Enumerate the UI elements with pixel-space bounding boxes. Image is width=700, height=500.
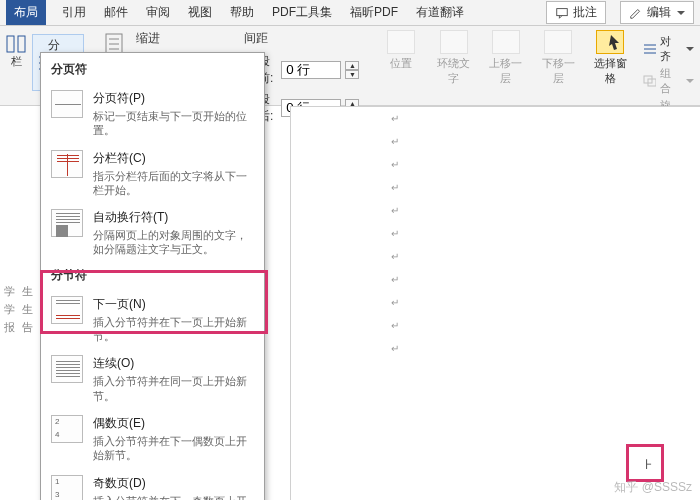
svg-rect-0 xyxy=(557,8,568,15)
menu-bar: 布局 引用 邮件 审阅 视图 帮助 PDF工具集 福昕PDF 有道翻译 批注 编… xyxy=(0,0,700,26)
spin-up[interactable]: ▲ xyxy=(345,61,359,70)
tab-references[interactable]: 引用 xyxy=(60,0,88,25)
section-breaks-header: 分节符 xyxy=(41,263,264,290)
chevron-down-icon xyxy=(684,75,694,87)
even-page-item[interactable]: 偶数页(E)插入分节符并在下一偶数页上开始新节。 xyxy=(41,409,264,469)
align-icon xyxy=(643,43,656,55)
comment-icon xyxy=(555,6,569,20)
continuous-icon xyxy=(51,355,83,383)
watermark: 知乎 @SSSSz xyxy=(614,479,692,496)
bring-forward-button: 上移一层 xyxy=(486,30,526,86)
even-page-icon xyxy=(51,415,83,443)
column-break-icon xyxy=(51,150,83,178)
send-backward-button: 下移一层 xyxy=(538,30,578,86)
document-canvas[interactable]: ↵↵↵↵↵↵↵↵↵↵↵ ⊦ 知乎 @SSSSz xyxy=(290,106,700,500)
breaks-dropdown: 分页符 分页符(P)标记一页结束与下一页开始的位置。 分栏符(C)指示分栏符后面… xyxy=(40,52,265,500)
indent-title: 缩进 xyxy=(136,30,232,47)
page-breaks-header: 分页符 xyxy=(41,57,264,84)
pencil-icon xyxy=(629,6,643,20)
tab-help[interactable]: 帮助 xyxy=(228,0,256,25)
group-icon xyxy=(643,75,656,87)
columns-label: 栏 xyxy=(11,54,22,69)
column-break-item[interactable]: 分栏符(C)指示分栏符后面的文字将从下一栏开始。 xyxy=(41,144,264,204)
position-button: 位置 xyxy=(381,30,421,71)
tab-pdf-tools[interactable]: PDF工具集 xyxy=(270,0,334,25)
page-break-icon xyxy=(51,90,83,118)
align-button[interactable]: 对齐 xyxy=(643,34,695,64)
tab-view[interactable]: 视图 xyxy=(186,0,214,25)
next-page-item[interactable]: 下一页(N)插入分节符并在下一页上开始新节。 xyxy=(41,290,264,350)
arrange-group: 位置 环绕文字 上移一层 下移一层 选择窗格 对齐 组合 旋转 排列 xyxy=(373,26,700,105)
selection-pane-button[interactable]: 选择窗格 xyxy=(590,30,630,86)
wrap-text-button: 环绕文字 xyxy=(434,30,474,86)
odd-page-item[interactable]: 奇数页(D)插入分节符并在下一奇数页上开始新节。 xyxy=(41,469,264,500)
text-cursor: ⊦ xyxy=(645,456,652,472)
comment-label: 批注 xyxy=(573,4,597,21)
document-left-edge: 学 生 学 生 报 告 xyxy=(0,106,40,500)
cursor-arrow-icon xyxy=(597,31,623,53)
svg-rect-2 xyxy=(18,36,25,52)
tab-foxit-pdf[interactable]: 福昕PDF xyxy=(348,0,400,25)
spacing-title: 间距 xyxy=(244,30,359,47)
tab-mailings[interactable]: 邮件 xyxy=(102,0,130,25)
edit-button[interactable]: 编辑 xyxy=(620,1,694,24)
next-page-icon xyxy=(51,296,83,324)
odd-page-icon xyxy=(51,475,83,500)
columns-icon xyxy=(6,34,26,54)
comment-button[interactable]: 批注 xyxy=(546,1,606,24)
edit-label: 编辑 xyxy=(647,4,671,21)
tab-youdao[interactable]: 有道翻译 xyxy=(414,0,466,25)
chevron-down-icon xyxy=(684,43,694,55)
paragraph-marks: ↵↵↵↵↵↵↵↵↵↵↵ xyxy=(391,113,399,354)
spacing-before-input[interactable] xyxy=(281,61,341,79)
doc-text: 学 生 xyxy=(4,284,35,299)
continuous-item[interactable]: 连续(O)插入分节符并在同一页上开始新节。 xyxy=(41,349,264,409)
group-button: 组合 xyxy=(643,66,695,96)
page-break-item[interactable]: 分页符(P)标记一页结束与下一页开始的位置。 xyxy=(41,84,264,144)
doc-text: 学 生 xyxy=(4,302,35,317)
spin-down[interactable]: ▼ xyxy=(345,70,359,79)
tab-layout[interactable]: 布局 xyxy=(6,0,46,25)
text-wrapping-icon xyxy=(51,209,83,237)
doc-text: 报 告 xyxy=(4,320,35,335)
text-wrapping-break-item[interactable]: 自动换行符(T)分隔网页上的对象周围的文字，如分隔题注文字与正文。 xyxy=(41,203,264,263)
columns-button[interactable]: 栏 xyxy=(6,30,26,69)
svg-rect-1 xyxy=(7,36,14,52)
tab-review[interactable]: 审阅 xyxy=(144,0,172,25)
chevron-down-icon xyxy=(675,6,685,20)
